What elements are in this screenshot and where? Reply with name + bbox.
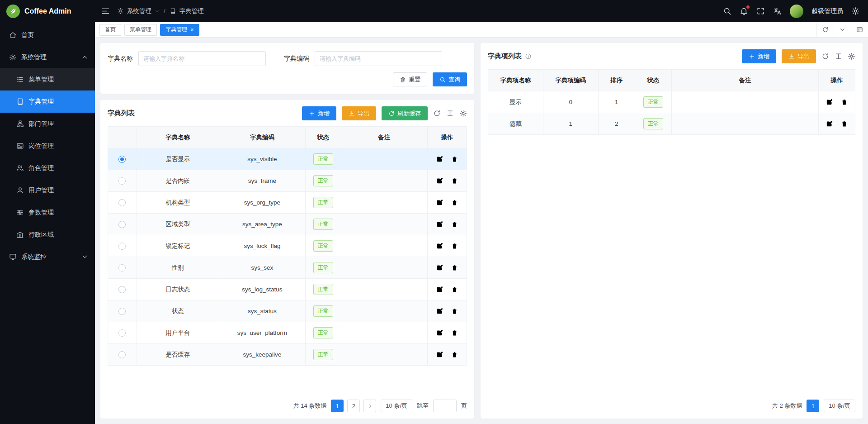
delete-icon[interactable] bbox=[451, 264, 458, 272]
column-settings-icon[interactable] bbox=[446, 110, 454, 117]
sidebar-item-param[interactable]: 参数管理 bbox=[0, 201, 95, 224]
user-name[interactable]: 超级管理员 bbox=[811, 7, 843, 15]
edit-icon[interactable] bbox=[436, 351, 443, 358]
delete-icon[interactable] bbox=[840, 120, 848, 128]
app-logo[interactable]: Coffee Admin bbox=[0, 0, 95, 22]
edit-icon[interactable] bbox=[436, 155, 443, 163]
sidebar-item-dict[interactable]: 字典管理 bbox=[0, 91, 95, 113]
delete-icon[interactable] bbox=[451, 242, 458, 250]
row-radio[interactable] bbox=[118, 221, 126, 228]
delete-icon[interactable] bbox=[451, 220, 458, 228]
sidebar-item-region[interactable]: 行政区域 bbox=[0, 224, 95, 246]
breadcrumb-dict[interactable]: 字典管理 bbox=[179, 7, 204, 15]
row-radio[interactable] bbox=[118, 199, 126, 206]
delete-icon[interactable] bbox=[451, 351, 458, 358]
close-icon[interactable]: × bbox=[190, 27, 194, 33]
sidebar-item-role[interactable]: 角色管理 bbox=[0, 157, 95, 179]
delete-icon[interactable] bbox=[840, 98, 848, 106]
dict-row[interactable]: 锁定标记sys_lock_flag正常 bbox=[108, 235, 467, 257]
notifications-button[interactable] bbox=[740, 7, 748, 15]
dict-item-row[interactable]: 显示01正常 bbox=[488, 91, 855, 113]
delete-icon[interactable] bbox=[451, 155, 458, 163]
dict-row[interactable]: 机构类型sys_org_type正常 bbox=[108, 192, 467, 214]
dict-name-input[interactable] bbox=[138, 51, 266, 66]
sidebar-group-system[interactable]: 系统管理 bbox=[0, 46, 95, 68]
column-settings-icon[interactable] bbox=[835, 52, 842, 60]
sidebar-item-dept[interactable]: 部门管理 bbox=[0, 113, 95, 135]
row-radio[interactable] bbox=[118, 264, 126, 272]
sidebar-item-menu[interactable]: 菜单管理 bbox=[0, 68, 95, 91]
refresh-table-icon[interactable] bbox=[821, 52, 829, 60]
content-fullscreen-button[interactable] bbox=[851, 22, 868, 37]
tab-home[interactable]: 首页 bbox=[99, 24, 121, 36]
dict-code-input[interactable] bbox=[315, 51, 442, 66]
translate-icon[interactable] bbox=[773, 7, 782, 15]
edit-icon[interactable] bbox=[436, 329, 443, 337]
table-settings-icon[interactable] bbox=[459, 110, 467, 117]
row-radio[interactable] bbox=[118, 308, 126, 315]
collapse-sidebar-icon[interactable] bbox=[101, 7, 110, 15]
refresh-table-icon[interactable] bbox=[433, 110, 441, 117]
edit-icon[interactable] bbox=[826, 120, 833, 128]
search-icon[interactable] bbox=[723, 7, 731, 15]
query-button[interactable]: 查询 bbox=[433, 72, 467, 86]
sidebar-group-monitor[interactable]: 系统监控 bbox=[0, 246, 95, 268]
sidebar-item-post[interactable]: 岗位管理 bbox=[0, 135, 95, 157]
edit-icon[interactable] bbox=[436, 242, 443, 250]
dict-code: sys_area_type bbox=[219, 214, 306, 235]
row-radio[interactable] bbox=[118, 156, 126, 163]
page-button-2[interactable]: 2 bbox=[347, 400, 360, 412]
dict-row[interactable]: 是否内嵌sys_frame正常 bbox=[108, 170, 467, 192]
edit-icon[interactable] bbox=[436, 286, 443, 293]
reset-button[interactable]: 重置 bbox=[393, 72, 427, 86]
delete-icon[interactable] bbox=[451, 286, 458, 293]
next-page-button[interactable] bbox=[363, 400, 376, 412]
dict-row[interactable]: 性别sys_sex正常 bbox=[108, 257, 467, 279]
dict-row[interactable]: 是否显示sys_visible正常 bbox=[108, 148, 467, 170]
edit-icon[interactable] bbox=[436, 307, 443, 315]
row-radio[interactable] bbox=[118, 243, 126, 250]
edit-icon[interactable] bbox=[826, 98, 833, 106]
row-radio[interactable] bbox=[118, 351, 126, 358]
edit-icon[interactable] bbox=[436, 177, 443, 185]
refresh-cache-button[interactable]: 刷新缓存 bbox=[382, 106, 428, 120]
dict-row[interactable]: 区域类型sys_area_type正常 bbox=[108, 214, 467, 235]
layout-icon bbox=[856, 26, 863, 33]
delete-icon[interactable] bbox=[451, 307, 458, 315]
add-item-button[interactable]: 新增 bbox=[742, 49, 776, 63]
row-radio[interactable] bbox=[118, 177, 126, 185]
add-button[interactable]: 新增 bbox=[302, 106, 336, 120]
jump-page-input[interactable] bbox=[433, 400, 457, 412]
dict-row[interactable]: 状态sys_status正常 bbox=[108, 300, 467, 322]
tab-dict[interactable]: 字典管理× bbox=[160, 24, 199, 36]
edit-icon[interactable] bbox=[436, 199, 443, 206]
delete-icon[interactable] bbox=[451, 177, 458, 185]
page-button-1[interactable]: 1 bbox=[807, 400, 819, 412]
page-size-select[interactable]: 10 条/页 bbox=[381, 400, 412, 412]
dict-row[interactable]: 日志状态sys_log_status正常 bbox=[108, 279, 467, 300]
row-radio[interactable] bbox=[118, 329, 126, 337]
page-size-select[interactable]: 10 条/页 bbox=[824, 400, 855, 412]
page-button-1[interactable]: 1 bbox=[331, 400, 344, 412]
settings-gear-icon[interactable] bbox=[851, 7, 860, 15]
row-radio[interactable] bbox=[118, 286, 126, 293]
info-icon[interactable] bbox=[525, 53, 532, 60]
tab-actions-dropdown[interactable] bbox=[834, 22, 851, 37]
delete-icon[interactable] bbox=[451, 329, 458, 337]
export-items-button[interactable]: 导出 bbox=[782, 49, 816, 63]
edit-icon[interactable] bbox=[436, 264, 443, 272]
sidebar-item-home[interactable]: 首页 bbox=[0, 24, 95, 46]
table-settings-icon[interactable] bbox=[848, 52, 855, 60]
export-button[interactable]: 导出 bbox=[342, 106, 376, 120]
refresh-tab-button[interactable] bbox=[816, 22, 834, 37]
fullscreen-icon[interactable] bbox=[756, 7, 765, 15]
breadcrumb-system[interactable]: 系统管理 bbox=[127, 7, 151, 15]
sidebar-item-user[interactable]: 用户管理 bbox=[0, 179, 95, 201]
edit-icon[interactable] bbox=[436, 220, 443, 228]
dict-row[interactable]: 是否缓存sys_keepalive正常 bbox=[108, 344, 467, 366]
tab-menu[interactable]: 菜单管理 bbox=[124, 24, 157, 36]
delete-icon[interactable] bbox=[451, 199, 458, 206]
dict-row[interactable]: 用户平台sys_user_platform正常 bbox=[108, 322, 467, 344]
avatar[interactable] bbox=[790, 5, 803, 18]
dict-item-row[interactable]: 隐藏12正常 bbox=[488, 113, 855, 135]
